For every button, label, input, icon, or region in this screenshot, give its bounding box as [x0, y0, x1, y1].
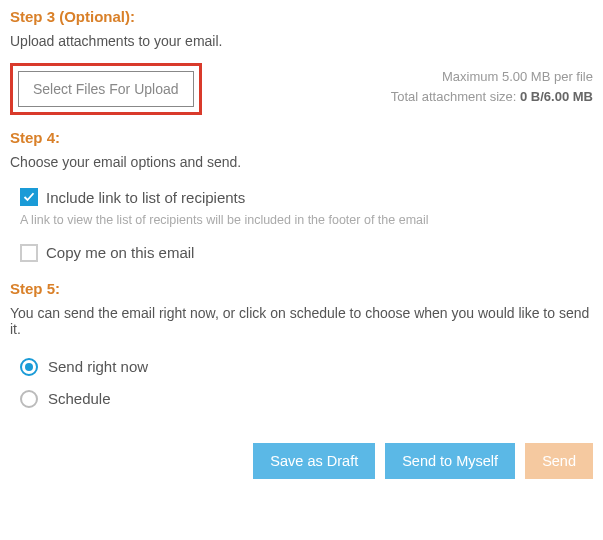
send-now-radio[interactable]	[20, 358, 38, 376]
select-files-button[interactable]: Select Files For Upload	[18, 71, 194, 107]
step3-section: Step 3 (Optional): Upload attachments to…	[10, 8, 593, 115]
step4-section: Step 4: Choose your email options and se…	[10, 129, 593, 266]
check-icon	[23, 191, 35, 203]
total-size-label: Total attachment size:	[391, 89, 520, 104]
step4-description: Choose your email options and send.	[10, 154, 593, 170]
total-size-text: Total attachment size: 0 B/6.00 MB	[391, 87, 593, 107]
step5-heading: Step 5:	[10, 280, 593, 297]
send-now-option: Send right now	[20, 351, 593, 383]
step4-heading: Step 4:	[10, 129, 593, 146]
include-link-hint: A link to view the list of recipients wi…	[20, 212, 480, 230]
include-link-option: Include link to list of recipients	[20, 184, 593, 210]
save-draft-button[interactable]: Save as Draft	[253, 443, 375, 479]
send-to-myself-button[interactable]: Send to Myself	[385, 443, 515, 479]
send-button[interactable]: Send	[525, 443, 593, 479]
send-timing-radio-group: Send right now Schedule	[20, 351, 593, 415]
total-size-value: 0 B/6.00 MB	[520, 89, 593, 104]
step5-section: Step 5: You can send the email right now…	[10, 280, 593, 415]
schedule-option: Schedule	[20, 383, 593, 415]
include-link-label: Include link to list of recipients	[46, 189, 245, 206]
max-per-file-text: Maximum 5.00 MB per file	[391, 67, 593, 87]
step5-description: You can send the email right now, or cli…	[10, 305, 593, 337]
copy-me-option: Copy me on this email	[20, 240, 593, 266]
action-button-row: Save as Draft Send to Myself Send	[10, 443, 593, 479]
upload-highlight-box: Select Files For Upload	[10, 63, 202, 115]
upload-row: Select Files For Upload Maximum 5.00 MB …	[10, 63, 593, 115]
include-link-checkbox[interactable]	[20, 188, 38, 206]
upload-info: Maximum 5.00 MB per file Total attachmen…	[391, 63, 593, 106]
step3-description: Upload attachments to your email.	[10, 33, 593, 49]
step3-heading: Step 3 (Optional):	[10, 8, 593, 25]
schedule-label: Schedule	[48, 390, 111, 407]
schedule-radio[interactable]	[20, 390, 38, 408]
copy-me-label: Copy me on this email	[46, 244, 194, 261]
send-now-label: Send right now	[48, 358, 148, 375]
copy-me-checkbox[interactable]	[20, 244, 38, 262]
radio-dot-icon	[25, 363, 33, 371]
